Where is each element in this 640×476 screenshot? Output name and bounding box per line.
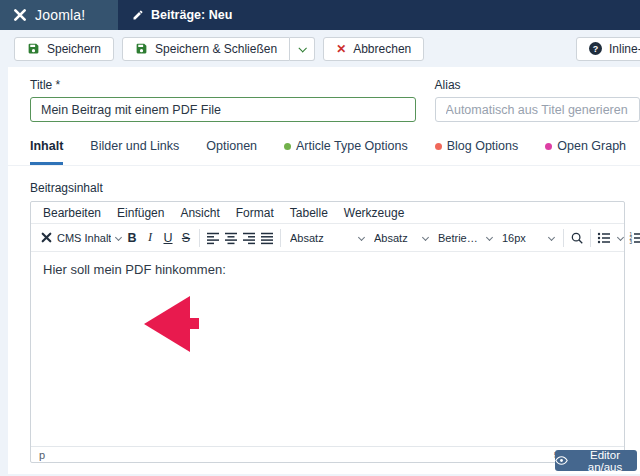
- menu-bearbeiten[interactable]: Bearbeiten: [36, 204, 108, 222]
- help-label: Inline-Hi: [609, 42, 640, 56]
- italic-button[interactable]: I: [141, 227, 159, 249]
- brand-name: Joomla!: [35, 7, 85, 23]
- chevron-down-icon: [422, 234, 429, 241]
- svg-text:3: 3: [630, 240, 633, 245]
- red-dot-icon: [435, 143, 442, 150]
- align-right-button[interactable]: [240, 227, 258, 249]
- menu-einfuegen[interactable]: Einfügen: [110, 204, 171, 222]
- joomla-logo-icon: [12, 7, 28, 23]
- menu-ansicht[interactable]: Ansicht: [173, 204, 226, 222]
- toolbar-divider: [280, 229, 281, 247]
- page-title: Beiträge: Neu: [151, 8, 232, 22]
- editor-content-area[interactable]: Hier soll mein PDF hinkommen:: [31, 252, 624, 446]
- font-family-select[interactable]: Betriebssyste...: [433, 227, 497, 249]
- style-select[interactable]: Absatz: [369, 227, 433, 249]
- chevron-down-icon[interactable]: [617, 234, 624, 241]
- tab-optionen[interactable]: Optionen: [206, 139, 257, 165]
- tab-blog-options[interactable]: Blog Options: [435, 139, 519, 165]
- save-options-dropdown-button[interactable]: [290, 37, 315, 61]
- search-icon[interactable]: [568, 227, 586, 249]
- action-toolbar: Speichern Speichern & Schließen ✕ Abbrec…: [0, 30, 640, 67]
- annotation-arrow-tail: [189, 318, 199, 329]
- editor-toggle-label: Editor an/aus: [573, 449, 637, 473]
- cancel-label: Abbrechen: [353, 42, 411, 56]
- alias-label: Alias: [435, 78, 640, 92]
- chevron-down-icon: [548, 234, 555, 241]
- save-icon: [27, 42, 40, 55]
- toolbar-divider: [590, 229, 591, 247]
- article-body-text: Hier soll mein PDF hinkommen:: [43, 262, 612, 277]
- save-close-group: Speichern & Schließen: [122, 37, 315, 61]
- chevron-down-icon: [358, 234, 365, 241]
- question-icon: ?: [589, 42, 602, 55]
- tab-open-graph[interactable]: Open Graph: [545, 139, 626, 165]
- save-icon: [135, 42, 148, 55]
- inline-help-button[interactable]: ? Inline-Hi: [576, 37, 640, 61]
- tab-bilder-und-links[interactable]: Bilder und Links: [90, 139, 179, 165]
- editor-statusbar: p 5 WÖRTER: [31, 446, 624, 462]
- chevron-down-icon: [115, 234, 122, 241]
- tab-article-type-options[interactable]: Article Type Options: [284, 139, 408, 165]
- editor-field-label: Beitragsinhalt: [30, 181, 640, 195]
- strikethrough-button[interactable]: S: [177, 227, 195, 249]
- bullet-list-button[interactable]: [595, 227, 613, 249]
- chevron-down-icon: [299, 44, 307, 52]
- cancel-button[interactable]: ✕ Abbrechen: [323, 37, 424, 61]
- pencil-icon: [132, 9, 144, 21]
- title-input[interactable]: [30, 97, 416, 122]
- save-close-button[interactable]: Speichern & Schließen: [122, 37, 290, 61]
- underline-button[interactable]: U: [159, 227, 177, 249]
- article-tabs: Inhalt Bilder und Links Optionen Article…: [8, 139, 640, 166]
- format-select[interactable]: Absatz: [285, 227, 369, 249]
- toolbar-divider: [563, 229, 564, 247]
- content-panel: Title * Alias Inhalt Bilder und Links Op…: [8, 67, 640, 474]
- align-left-button[interactable]: [204, 227, 222, 249]
- menu-werkzeuge[interactable]: Werkzeuge: [337, 204, 411, 222]
- annotation-arrow-icon: [144, 296, 190, 352]
- save-label: Speichern: [47, 42, 101, 56]
- justify-button[interactable]: [258, 227, 276, 249]
- bold-button[interactable]: B: [123, 227, 141, 249]
- title-field-group: Title *: [30, 78, 416, 122]
- save-button[interactable]: Speichern: [14, 37, 114, 61]
- alias-field-group: Alias: [435, 78, 640, 122]
- editor-toolbar: CMS Inhalt B I U S Absatz: [31, 224, 624, 252]
- toolbar-divider: [199, 229, 200, 247]
- eye-icon: [555, 454, 568, 467]
- green-dot-icon: [284, 143, 291, 150]
- joomla-brand[interactable]: Joomla!: [0, 0, 118, 30]
- menu-tabelle[interactable]: Tabelle: [283, 204, 335, 222]
- chevron-down-icon: [486, 234, 493, 241]
- tinymce-editor: Bearbeiten Einfügen Ansicht Format Tabel…: [30, 201, 625, 463]
- element-path[interactable]: p: [39, 449, 45, 461]
- title-label: Title *: [30, 78, 416, 92]
- font-size-select[interactable]: 16px: [497, 227, 559, 249]
- editor-menubar: Bearbeiten Einfügen Ansicht Format Tabel…: [31, 202, 624, 224]
- tab-inhalt[interactable]: Inhalt: [30, 139, 63, 165]
- page-heading: Beiträge: Neu: [118, 0, 232, 30]
- close-icon: ✕: [336, 43, 346, 55]
- alias-input[interactable]: [435, 97, 640, 122]
- editor-toggle-button[interactable]: Editor an/aus: [555, 450, 637, 471]
- cms-content-button[interactable]: CMS Inhalt: [35, 227, 123, 249]
- admin-header: Joomla! Beiträge: Neu: [0, 0, 640, 30]
- numbered-list-button[interactable]: 123: [627, 227, 640, 249]
- save-close-label: Speichern & Schließen: [155, 42, 277, 56]
- menu-format[interactable]: Format: [229, 204, 281, 222]
- align-center-button[interactable]: [222, 227, 240, 249]
- title-alias-row: Title * Alias: [8, 67, 640, 122]
- pink-dot-icon: [545, 143, 552, 150]
- joomla-logo-icon: [40, 231, 53, 244]
